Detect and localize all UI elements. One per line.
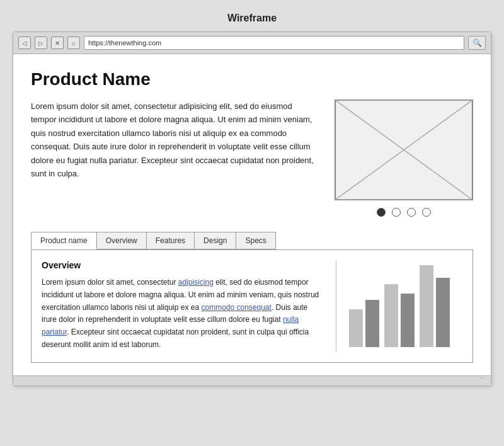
body-text-1: Lorem ipsum dolor sit amet, consectetur [42, 278, 178, 287]
tab-overview[interactable]: Overview [96, 232, 147, 249]
tab-specs[interactable]: Specs [236, 232, 275, 249]
back-button[interactable]: ◁ [18, 37, 31, 49]
tab-text-section: Overview Lorem ipsum dolor sit amet, con… [42, 260, 323, 352]
tab-features[interactable]: Features [146, 232, 195, 249]
tab-content-title: Overview [42, 260, 323, 270]
bar-2-light [384, 284, 398, 347]
carousel-dot-4[interactable] [422, 208, 431, 217]
tab-design[interactable]: Design [194, 232, 236, 249]
search-button[interactable]: 🔍 [468, 36, 486, 50]
browser-content: Product Name Lorem ipsum dolor sit amet,… [13, 54, 491, 375]
watermark-icon: ⌒ [479, 377, 486, 386]
bar-group-1 [349, 300, 379, 347]
bar-3-light [420, 265, 433, 347]
carousel-dot-2[interactable] [392, 208, 401, 217]
product-description: Lorem ipsum dolor sit amet, consectetur … [31, 100, 319, 217]
product-image [335, 100, 473, 200]
forward-button[interactable]: ▷ [35, 37, 47, 49]
chart-area [349, 260, 462, 352]
tabs-row: Product name Overview Features Design Sp… [31, 232, 473, 249]
product-image-area [335, 100, 473, 217]
bar-3-dark [436, 278, 450, 347]
home-button[interactable]: ⌂ [67, 37, 80, 49]
chart-divider [336, 260, 337, 352]
browser-toolbar: ◁ ▷ ✕ ⌂ https://thenewthing.com 🔍 [13, 32, 491, 54]
address-bar[interactable]: https://thenewthing.com [84, 36, 464, 50]
bar-1-dark [365, 300, 379, 347]
tab-content-area: Overview Lorem ipsum dolor sit amet, con… [31, 249, 473, 363]
bar-group-2 [384, 284, 415, 347]
link-adipisicing[interactable]: adipisicing [178, 278, 214, 287]
carousel-dots [377, 208, 431, 217]
bar-2-dark [401, 294, 415, 347]
tab-product-name[interactable]: Product name [31, 232, 97, 249]
carousel-dot-3[interactable] [407, 208, 416, 217]
page-title: Wireframe [227, 13, 277, 24]
close-button[interactable]: ✕ [51, 37, 64, 49]
bar-1-light [349, 309, 363, 347]
link-commodo[interactable]: commodo consequat [201, 303, 271, 312]
browser-window: ◁ ▷ ✕ ⌂ https://thenewthing.com 🔍 Produc… [13, 31, 491, 386]
carousel-dot-1[interactable] [377, 208, 386, 217]
browser-footer: ⌒ [13, 375, 491, 386]
body-text-4: . Excepteur sint occaecat cupidatat non … [42, 328, 309, 349]
bar-group-3 [420, 265, 450, 347]
product-top-section: Lorem ipsum dolor sit amet, consectetur … [31, 100, 473, 217]
tab-content-body: Lorem ipsum dolor sit amet, consectetur … [42, 277, 323, 352]
product-name-heading: Product Name [31, 69, 473, 89]
